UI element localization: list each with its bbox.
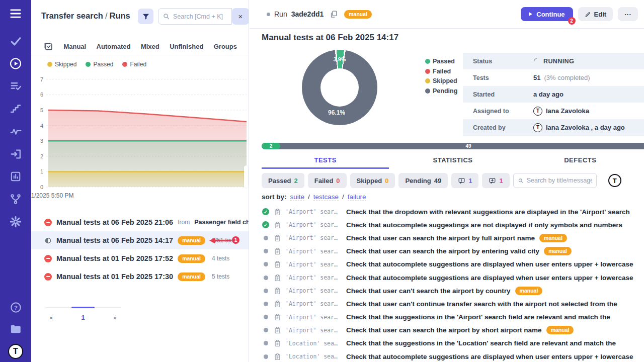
continue-button[interactable]: Continue 2 [521,7,573,21]
svg-text:5: 5 [40,107,43,113]
test-status-icon [262,287,270,295]
test-row[interactable]: 'Airport' sear… Check that the suggestio… [262,311,644,324]
run-info-table: Status RUNNING Tests 51(3% completed) St… [463,53,644,136]
test-suite: 'Airport' sear… [285,208,342,215]
test-title: Check that user can search the airport b… [346,247,539,255]
test-list: 'Airport' sear… Check that the dropdown … [262,205,644,362]
legend-failed[interactable]: Failed [425,68,457,75]
tab-automated[interactable]: Automated [97,43,131,50]
run-row[interactable]: Manual tests at 01 Feb 2025 17:52 manual… [31,249,249,267]
test-row[interactable]: 'Location' sea… Check that the suggestio… [262,337,644,350]
sort-label: sort by: [262,193,287,201]
test-title: Check that the suggestions in the 'Airpo… [346,313,610,321]
breadcrumb-current[interactable]: Runs [110,11,130,20]
filter-comments[interactable]: 1 [451,173,478,188]
test-row[interactable]: 'Airport' sear… Check that autocomplete … [262,218,644,231]
funnel-icon [142,13,150,21]
sort-by-suite[interactable]: suite [290,193,305,201]
runs-play-icon[interactable] [9,57,22,70]
tab-unfinished[interactable]: Unfinished [170,43,203,50]
legend-pending[interactable]: Pending [425,87,457,95]
tab-groups[interactable]: Groups [214,43,237,50]
testcase-icon [274,326,281,334]
test-status-icon [262,247,270,255]
test-search [513,173,597,188]
run-detail-title: Manual tests at 06 Feb 2025 14:17 [262,33,398,43]
page-next[interactable]: » [113,314,117,321]
branch-icon[interactable] [9,193,22,206]
test-row[interactable]: 'Airport' sear… Check that user can't se… [262,284,644,297]
breadcrumb-parent[interactable]: Transfer search [41,11,103,20]
test-row[interactable]: 'Airport' sear… Check that the dropdown … [262,205,644,218]
run-row[interactable]: Manual tests at 06 Feb 2025 21:06 from P… [31,213,249,231]
steps-icon[interactable] [9,102,22,115]
page-1[interactable]: 1 [81,314,85,321]
runs-search-input[interactable] [173,13,226,20]
close-search-button[interactable]: × [232,8,249,25]
scrollbar-thumb[interactable] [244,165,248,188]
workspace-logo[interactable]: T [8,344,23,359]
svg-text:6: 6 [40,92,43,98]
test-suite: 'Airport' sear… [285,274,342,281]
legend-failed[interactable]: Failed [122,61,146,68]
test-status-icon [262,208,270,216]
settings-gear-icon[interactable] [9,215,22,228]
run-from-name: Passenger field check [194,219,249,226]
menu-icon[interactable] [9,7,22,20]
test-title: Check that user can't search the airport… [346,287,511,295]
legend-passed[interactable]: Passed [86,61,113,68]
run-row-selected[interactable]: Manual tests at 06 Feb 2025 14:17 manual… [31,231,249,249]
test-row[interactable]: 'Location' sea… Check that autocomplete … [262,350,644,362]
run-row[interactable]: Manual tests at 01 Feb 2025 17:30 manual… [31,267,249,286]
legend-passed[interactable]: Passed [425,58,457,65]
user-avatar[interactable]: T [608,174,621,187]
run-meta: 4 tests [212,255,229,262]
legend-skipped[interactable]: Skipped [47,61,76,68]
filter-failed[interactable]: Failed0 [308,173,347,188]
page-prev[interactable]: « [49,314,53,321]
bar-chart-icon[interactable] [9,170,22,183]
test-row[interactable]: 'Airport' sear… Check that user can't co… [262,297,644,310]
edit-button[interactable]: Edit [578,7,613,21]
sort-separator: / [342,193,344,201]
pulse-icon[interactable] [9,125,22,138]
test-row[interactable]: 'Airport' sear… Check that user can sear… [262,324,644,337]
testcase-icon [274,247,281,255]
filter-button[interactable] [138,9,153,24]
filter-comments-new[interactable]: 1 [482,173,509,188]
progress-passed-count: 2 [262,143,280,149]
test-row[interactable]: 'Airport' sear… Check that user can sear… [262,231,644,244]
select-all-icon[interactable] [43,42,53,52]
run-from-label: from [178,219,190,226]
legend-skipped[interactable]: Skipped [425,77,457,84]
more-button[interactable]: ... [618,7,638,21]
import-icon[interactable] [9,147,22,160]
test-row[interactable]: 'Airport' sear… Check that autocomplete … [262,258,644,271]
projects-folder-icon[interactable] [9,322,22,335]
tab-mixed[interactable]: Mixed [141,43,159,50]
pending-dot [425,88,430,94]
manual-badge: manual [178,236,205,245]
donut-passed-label: 3.9% [327,56,352,62]
sort-by-failure[interactable]: failure [348,193,366,201]
help-icon[interactable]: ? [9,301,22,314]
check-icon[interactable] [9,34,22,47]
progress-pending-count: 49 [262,143,644,149]
filter-pending[interactable]: Pending49 [398,173,448,188]
filter-passed[interactable]: Passed2 [262,173,304,188]
tab-statistics[interactable]: STATISTICS [389,152,516,169]
copy-icon[interactable] [330,10,338,19]
list-check-icon[interactable] [9,79,22,93]
test-search-input[interactable] [527,177,592,184]
sort-by-testcase[interactable]: testcase [313,193,339,201]
test-row[interactable]: 'Airport' sear… Check that autocomplete … [262,271,644,284]
test-row[interactable]: 'Airport' sear… Check that user can sear… [262,245,644,258]
test-suite: 'Airport' sear… [285,221,342,228]
donut-pending-label: 96.1% [309,109,364,116]
filter-skipped[interactable]: Skipped0 [350,173,395,188]
tab-manual[interactable]: Manual [63,43,86,50]
tab-tests[interactable]: TESTS [262,152,389,169]
tab-defects[interactable]: DEFECTS [517,152,644,169]
pagination: « 1 » [45,307,121,321]
test-suite: 'Airport' sear… [285,287,342,294]
